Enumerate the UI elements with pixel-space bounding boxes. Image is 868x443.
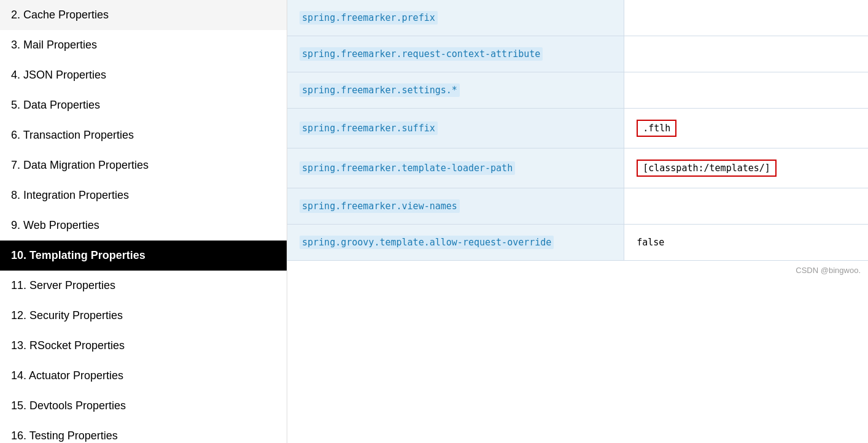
property-key: spring.freemarker.request-context-attrib… (300, 47, 543, 61)
sidebar-item-transaction[interactable]: 6. Transaction Properties (0, 120, 287, 150)
sidebar-item-mail[interactable]: 3. Mail Properties (0, 30, 287, 60)
table-row: spring.groovy.template.allow-request-ove… (287, 225, 868, 261)
property-value-cell (624, 72, 868, 109)
sidebar-item-data[interactable]: 5. Data Properties (0, 90, 287, 120)
property-key: spring.groovy.template.allow-request-ove… (300, 236, 554, 249)
sidebar-item-migration[interactable]: 7. Data Migration Properties (0, 150, 287, 180)
property-key-cell: spring.groovy.template.allow-request-ove… (287, 225, 624, 261)
property-value-cell: .ftlh (624, 109, 868, 148)
property-key-cell: spring.freemarker.prefix (287, 0, 624, 36)
sidebar-item-rsocket[interactable]: 13. RSocket Properties (0, 331, 287, 361)
property-key-cell: spring.freemarker.view-names (287, 188, 624, 225)
property-value-cell (624, 0, 868, 36)
table-row: spring.freemarker.prefix (287, 0, 868, 36)
property-key: spring.freemarker.prefix (300, 11, 438, 25)
property-value: [classpath:/templates/] (637, 160, 777, 177)
sidebar-item-web[interactable]: 9. Web Properties (0, 210, 287, 241)
sidebar-item-templating[interactable]: 10. Templating Properties (0, 241, 287, 271)
sidebar-item-actuator[interactable]: 14. Actuator Properties (0, 361, 287, 391)
sidebar-item-devtools[interactable]: 15. Devtools Properties (0, 391, 287, 421)
sidebar-item-integration[interactable]: 8. Integration Properties (0, 180, 287, 210)
property-key: spring.freemarker.settings.* (300, 83, 460, 97)
watermark: CSDN @bingwoo. (287, 261, 868, 280)
property-key-cell: spring.freemarker.template-loader-path (287, 148, 624, 188)
property-key-cell: spring.freemarker.suffix (287, 109, 624, 148)
property-key-cell: spring.freemarker.request-context-attrib… (287, 36, 624, 72)
main-content: spring.freemarker.prefixspring.freemarke… (287, 0, 868, 443)
property-key: spring.freemarker.template-loader-path (300, 161, 515, 175)
properties-table: spring.freemarker.prefixspring.freemarke… (287, 0, 868, 261)
sidebar-item-server[interactable]: 11. Server Properties (0, 271, 287, 301)
table-row: spring.freemarker.template-loader-path[c… (287, 148, 868, 188)
property-key: spring.freemarker.suffix (300, 121, 438, 135)
property-value: false (637, 237, 664, 248)
sidebar-item-security[interactable]: 12. Security Properties (0, 301, 287, 331)
property-key: spring.freemarker.view-names (300, 199, 460, 213)
table-row: spring.freemarker.view-names (287, 188, 868, 225)
property-value: .ftlh (637, 120, 676, 137)
property-value-cell (624, 188, 868, 225)
sidebar-item-json[interactable]: 4. JSON Properties (0, 60, 287, 90)
property-value-cell: [classpath:/templates/] (624, 148, 868, 188)
sidebar-item-testing[interactable]: 16. Testing Properties (0, 421, 287, 443)
property-value-cell: false (624, 225, 868, 261)
sidebar-item-cache[interactable]: 2. Cache Properties (0, 0, 287, 30)
property-value-cell (624, 36, 868, 72)
table-row: spring.freemarker.suffix.ftlh (287, 109, 868, 148)
sidebar: 2. Cache Properties3. Mail Properties4. … (0, 0, 287, 443)
property-key-cell: spring.freemarker.settings.* (287, 72, 624, 109)
table-row: spring.freemarker.settings.* (287, 72, 868, 109)
table-row: spring.freemarker.request-context-attrib… (287, 36, 868, 72)
